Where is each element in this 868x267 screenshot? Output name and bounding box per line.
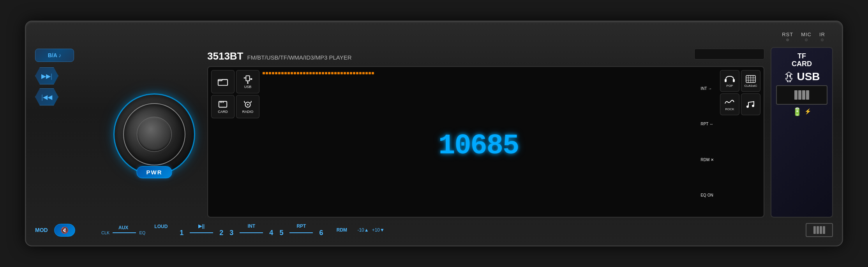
- preset2[interactable]: 2: [216, 229, 226, 237]
- ir-control[interactable]: IR: [819, 32, 825, 41]
- dot: [266, 72, 268, 74]
- divider: [240, 232, 263, 233]
- svg-point-24: [787, 75, 789, 77]
- status-area: INT → RPT ↔ RDM ✕ EQ ON: [697, 70, 717, 214]
- battery-icon: 🔋: [792, 107, 802, 116]
- usb-bottom-pins: [813, 226, 825, 234]
- radio-unit: RST MIC IR B/A ♪ ▶▶|: [25, 21, 843, 246]
- radio-icon-cell: RADIO: [236, 95, 259, 118]
- divider: [190, 232, 213, 233]
- svg-rect-14: [725, 79, 727, 82]
- preset5[interactable]: 5: [276, 229, 286, 237]
- mod-label[interactable]: MOD: [35, 227, 48, 233]
- divider: [113, 232, 136, 233]
- volume-knob[interactable]: [113, 93, 195, 175]
- nav-buttons: ▶▶| |◀◀: [35, 67, 101, 105]
- dot: [306, 72, 309, 74]
- ir-dot: [821, 39, 824, 41]
- charge-icon: ⚡: [804, 108, 811, 115]
- dot: [278, 72, 281, 74]
- dot: [297, 72, 299, 74]
- tf-usb-box: TF CARD USB: [771, 47, 833, 218]
- next-button[interactable]: ▶▶|: [35, 67, 58, 84]
- preset1[interactable]: 1: [176, 229, 187, 237]
- display-screen: USB CARD: [207, 66, 764, 218]
- rpt-status: RPT ↔: [700, 122, 714, 126]
- ba-button[interactable]: B/A ♪: [35, 49, 74, 62]
- dot: [275, 72, 277, 74]
- rst-label: RST: [782, 32, 793, 37]
- usb-pin: [817, 226, 819, 234]
- dot: [284, 72, 287, 74]
- dot: [319, 72, 321, 74]
- svg-point-22: [746, 105, 749, 108]
- rpt-section: RPT 5 6: [276, 223, 326, 237]
- loud-section: LOUD: [145, 224, 176, 236]
- eq-icons: POP CLASsIC: [720, 70, 760, 214]
- rpt-status-label: RPT ↔: [700, 122, 713, 126]
- dot: [347, 72, 349, 74]
- main-row: B/A ♪ ▶▶| |◀◀ PWR: [35, 47, 833, 218]
- rdm-status: RDM ✕: [700, 158, 714, 162]
- play-label: ▶||: [198, 223, 205, 229]
- preset4[interactable]: 4: [266, 229, 276, 237]
- dot: [325, 72, 327, 74]
- right-panel: TF CARD USB: [771, 47, 833, 218]
- rdm-label: RDM: [337, 227, 347, 233]
- pwr-button[interactable]: PWR: [137, 166, 172, 178]
- dot: [269, 72, 271, 74]
- mute-icon: 🔇: [61, 227, 69, 234]
- usb-pin: [823, 226, 825, 234]
- preset3[interactable]: 3: [226, 229, 236, 237]
- dot: [340, 72, 343, 74]
- mute-button[interactable]: 🔇: [54, 224, 75, 237]
- mic-label: MIC: [801, 32, 812, 37]
- dot: [294, 72, 296, 74]
- dot: [350, 72, 352, 74]
- top-controls: RST MIC IR: [782, 32, 825, 41]
- knob-center: [137, 117, 172, 152]
- knob-inner: [123, 103, 185, 165]
- usb-pins: [794, 90, 809, 100]
- rdm-status-label: RDM ✕: [700, 158, 714, 162]
- freq-display: 10685: [263, 78, 694, 214]
- dot: [356, 72, 358, 74]
- plus10-label[interactable]: +10▼: [372, 227, 385, 233]
- dot-row: [263, 72, 374, 74]
- dot: [337, 72, 340, 74]
- int-status-label: INT →: [700, 86, 712, 91]
- preset6[interactable]: 6: [316, 229, 326, 237]
- music-icon-cell: [741, 93, 760, 115]
- next-icon: ▶▶|: [41, 72, 52, 80]
- minus10-label[interactable]: -10▲: [357, 227, 369, 233]
- mic-control[interactable]: MIC: [801, 32, 812, 41]
- clk-label: CLK: [101, 230, 109, 235]
- dot: [288, 72, 290, 74]
- dot: [331, 72, 333, 74]
- dot: [291, 72, 293, 74]
- mic-dot: [805, 39, 808, 41]
- dot: [369, 72, 371, 74]
- dot: [312, 72, 315, 74]
- usb-icon: [783, 71, 794, 82]
- dot: [316, 72, 318, 74]
- folder-icon-cell: [211, 70, 235, 93]
- dot-matrix-area: 10685: [263, 70, 694, 214]
- int-status: INT →: [700, 86, 714, 91]
- usb-pin: [794, 90, 797, 100]
- dot: [328, 72, 330, 74]
- prev-button[interactable]: |◀◀: [35, 88, 58, 105]
- dot: [365, 72, 368, 74]
- rst-control[interactable]: RST: [782, 32, 793, 41]
- rst-dot: [786, 39, 789, 41]
- int-label: INT: [248, 223, 255, 229]
- left-panel: B/A ♪ ▶▶| |◀◀: [35, 47, 101, 218]
- model-features: FM/BT/USB/TF/WMA/ID3/MP3 PLAYER: [247, 54, 352, 61]
- play-section: ▶|| 1 2: [176, 223, 226, 237]
- top-bar: RST MIC IR: [35, 28, 833, 44]
- dot: [303, 72, 305, 74]
- aux-section: AUX CLK EQ: [101, 225, 145, 235]
- svg-rect-25: [789, 75, 791, 77]
- prev-icon: |◀◀: [41, 93, 52, 101]
- usb-pin: [802, 90, 805, 100]
